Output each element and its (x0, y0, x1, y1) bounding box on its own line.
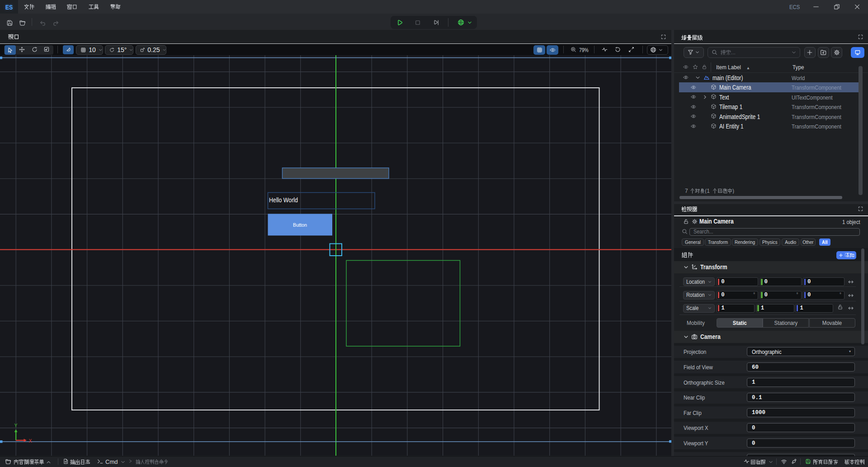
svg-text:...: ... (731, 50, 735, 55)
svg-text:7: 7 (685, 188, 688, 194)
svg-text:Button: Button (293, 222, 307, 228)
svg-text:(1: (1 (705, 188, 710, 194)
svg-text:X: X (29, 438, 32, 443)
svg-text:Hello World: Hello World (269, 196, 298, 204)
svg-text:): ) (732, 188, 734, 194)
svg-text:Y: Y (14, 423, 18, 428)
